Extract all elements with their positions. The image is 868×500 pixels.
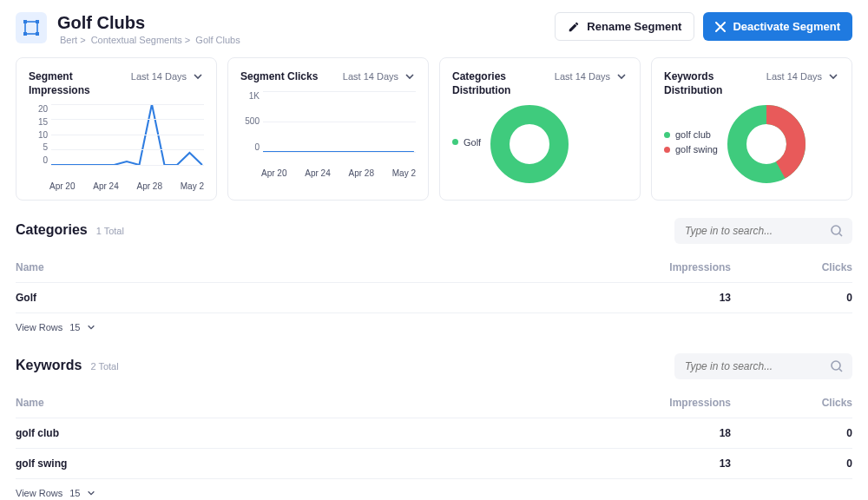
chevron-down-icon	[87, 489, 95, 497]
section-title: Keywords	[16, 358, 82, 373]
cell-clicks: 0	[748, 457, 852, 470]
col-clicks[interactable]: Clicks	[748, 261, 852, 273]
legend-item: golf swing	[664, 144, 718, 155]
svg-point-10	[832, 361, 840, 370]
legend-dot-icon	[664, 147, 670, 153]
period-selector[interactable]: Last 14 Days	[766, 70, 839, 82]
view-rows-selector[interactable]: View Rows 15	[16, 479, 852, 500]
svg-point-5	[500, 115, 559, 174]
page-title: Golf Clubs	[57, 12, 243, 33]
card-categories-distribution: Categories Distribution Last 14 Days Gol…	[439, 57, 641, 201]
col-impressions[interactable]: Impressions	[627, 397, 748, 409]
breadcrumb-item[interactable]: Bert	[57, 35, 80, 45]
categories-donut-chart	[490, 104, 569, 184]
table-row[interactable]: golf club 18 0	[16, 418, 852, 449]
clicks-chart: 1K 500 0 Apr 20 Apr 24 Apr 28 May 2	[240, 91, 416, 178]
keywords-section: Keywords 2 Total Name Impressions Clicks…	[16, 353, 852, 500]
cell-name: golf club	[16, 427, 627, 439]
svg-line-9	[839, 234, 842, 236]
rename-label: Rename Segment	[587, 20, 681, 33]
table-header: Name Impressions Clicks	[16, 253, 852, 283]
svg-rect-4	[36, 32, 39, 36]
period-selector[interactable]: Last 14 Days	[131, 70, 204, 82]
breadcrumb-item: Golf Clubs	[193, 35, 242, 45]
section-count: 2 Total	[90, 361, 118, 372]
search-icon	[830, 224, 844, 238]
chevron-down-icon	[192, 70, 204, 82]
card-title: Keywords Distribution	[664, 70, 742, 97]
keywords-table: Name Impressions Clicks golf club 18 0 g…	[16, 388, 852, 479]
keywords-donut-chart	[727, 104, 806, 184]
cell-name: golf swing	[16, 457, 627, 470]
chevron-down-icon	[615, 70, 628, 82]
cell-impressions: 13	[627, 457, 748, 470]
period-selector[interactable]: Last 14 Days	[555, 70, 628, 82]
search-input[interactable]	[674, 218, 852, 244]
svg-point-8	[832, 226, 840, 234]
categories-search[interactable]	[674, 218, 852, 244]
close-icon	[715, 22, 726, 32]
svg-rect-3	[23, 32, 27, 36]
svg-line-11	[839, 369, 842, 372]
card-title: Categories Distribution	[452, 70, 530, 97]
cell-clicks: 0	[748, 292, 852, 304]
page-header: Golf Clubs Bert> Contextual Segments> Go…	[16, 12, 852, 45]
deactivate-segment-button[interactable]: Deactivate Segment	[703, 12, 852, 41]
col-impressions[interactable]: Impressions	[627, 261, 748, 273]
svg-rect-2	[36, 20, 39, 23]
card-segment-clicks: Segment Clicks Last 14 Days 1K 500 0	[227, 57, 429, 201]
card-title: Segment Clicks	[240, 70, 318, 84]
metric-cards-row: Segment Impressions Last 14 Days 20 15 1…	[16, 57, 852, 201]
legend-item: golf club	[664, 129, 718, 140]
cell-impressions: 18	[627, 427, 748, 439]
rename-segment-button[interactable]: Rename Segment	[555, 12, 694, 41]
breadcrumb: Bert> Contextual Segments> Golf Clubs	[57, 35, 243, 45]
view-rows-selector[interactable]: View Rows 15	[16, 313, 852, 341]
impressions-chart: 20 15 10 5 0 Apr 20	[29, 104, 204, 191]
search-input[interactable]	[674, 353, 852, 379]
period-selector[interactable]: Last 14 Days	[343, 70, 416, 82]
chevron-down-icon	[404, 70, 416, 82]
card-title: Segment Impressions	[29, 70, 107, 97]
card-segment-impressions: Segment Impressions Last 14 Days 20 15 1…	[16, 57, 217, 201]
svg-rect-1	[23, 20, 27, 23]
svg-rect-0	[25, 22, 37, 34]
chevron-down-icon	[87, 323, 95, 332]
table-header: Name Impressions Clicks	[16, 388, 852, 418]
legend-dot-icon	[452, 139, 458, 145]
categories-section: Categories 1 Total Name Impressions Clic…	[16, 218, 852, 341]
breadcrumb-item[interactable]: Contextual Segments	[89, 35, 185, 45]
search-icon	[830, 359, 844, 373]
legend-item: Golf	[452, 137, 481, 148]
col-name[interactable]: Name	[16, 397, 627, 409]
segment-icon	[16, 12, 47, 43]
col-name[interactable]: Name	[16, 261, 627, 273]
table-row[interactable]: Golf 13 0	[16, 283, 852, 313]
chevron-down-icon	[827, 70, 839, 82]
edit-icon	[568, 21, 580, 33]
section-title: Categories	[16, 222, 88, 238]
card-keywords-distribution: Keywords Distribution Last 14 Days golf …	[651, 57, 852, 201]
cell-clicks: 0	[748, 427, 852, 439]
col-clicks[interactable]: Clicks	[748, 397, 852, 409]
keywords-search[interactable]	[674, 353, 852, 379]
deactivate-label: Deactivate Segment	[733, 20, 840, 33]
categories-table: Name Impressions Clicks Golf 13 0	[16, 253, 852, 313]
legend-dot-icon	[664, 132, 670, 138]
cell-impressions: 13	[627, 292, 748, 304]
table-row[interactable]: golf swing 13 0	[16, 449, 852, 479]
cell-name: Golf	[16, 292, 627, 304]
section-count: 1 Total	[96, 226, 124, 236]
